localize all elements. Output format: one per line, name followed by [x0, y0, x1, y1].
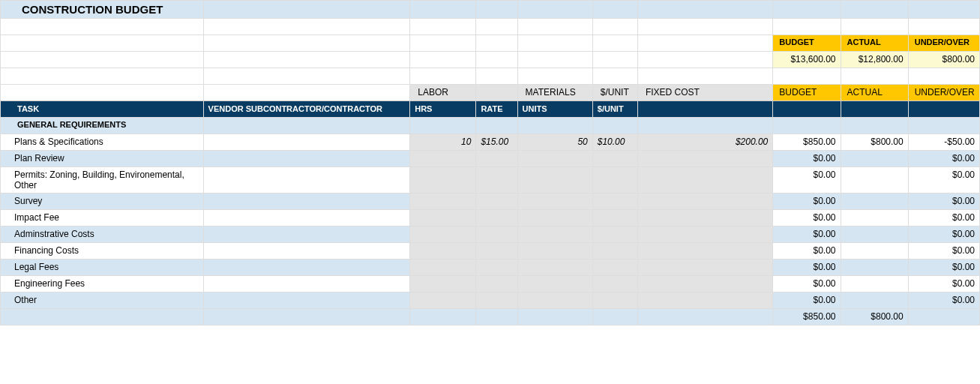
hrs-cell[interactable]	[410, 276, 476, 292]
actual-cell[interactable]	[841, 243, 908, 260]
fixed-cell[interactable]	[637, 167, 772, 194]
actual-cell[interactable]	[841, 167, 908, 194]
fixed-cell[interactable]: $200.00	[637, 134, 772, 151]
vendor-cell[interactable]	[203, 151, 410, 167]
vendor-cell[interactable]	[203, 292, 410, 309]
fixed-cell[interactable]	[637, 226, 772, 243]
budget-cell[interactable]: $850.00	[773, 134, 841, 151]
table-row[interactable]: Plans & Specifications10$15.0050$10.00$2…	[1, 134, 980, 151]
budget-cell[interactable]: $0.00	[773, 276, 841, 292]
vendor-cell[interactable]	[203, 134, 410, 151]
task-cell[interactable]: Plan Review	[1, 151, 204, 167]
task-cell[interactable]: Survey	[1, 194, 204, 210]
diff-cell[interactable]: $0.00	[908, 194, 979, 210]
task-cell[interactable]: Financing Costs	[1, 243, 204, 260]
perunit-cell[interactable]	[592, 210, 637, 226]
hrs-cell[interactable]	[410, 194, 476, 210]
subtotal-budget[interactable]: $850.00	[773, 309, 841, 326]
table-row[interactable]: Impact Fee$0.00$0.00	[1, 210, 980, 226]
fixed-cell[interactable]	[637, 292, 772, 309]
perunit-cell[interactable]	[592, 292, 637, 309]
hrs-cell[interactable]	[410, 167, 476, 194]
task-cell[interactable]: Plans & Specifications	[1, 134, 204, 151]
fixed-cell[interactable]	[637, 243, 772, 260]
actual-cell[interactable]	[841, 260, 908, 276]
table-row[interactable]: Other$0.00$0.00	[1, 292, 980, 309]
units-cell[interactable]	[517, 167, 592, 194]
rate-cell[interactable]	[476, 276, 517, 292]
vendor-cell[interactable]	[203, 226, 410, 243]
fixed-cell[interactable]	[637, 210, 772, 226]
hrs-cell[interactable]	[410, 226, 476, 243]
actual-cell[interactable]	[841, 292, 908, 309]
perunit-cell[interactable]	[592, 226, 637, 243]
vendor-cell[interactable]	[203, 194, 410, 210]
units-cell[interactable]	[517, 260, 592, 276]
rate-cell[interactable]	[476, 226, 517, 243]
units-cell[interactable]	[517, 276, 592, 292]
rate-cell[interactable]	[476, 243, 517, 260]
diff-cell[interactable]: $0.00	[908, 210, 979, 226]
vendor-cell[interactable]	[203, 276, 410, 292]
actual-cell[interactable]	[841, 151, 908, 167]
hrs-cell[interactable]	[410, 210, 476, 226]
rate-cell[interactable]	[476, 167, 517, 194]
vendor-cell[interactable]	[203, 243, 410, 260]
fixed-cell[interactable]	[637, 151, 772, 167]
table-row[interactable]: Financing Costs$0.00$0.00	[1, 243, 980, 260]
vendor-cell[interactable]	[203, 260, 410, 276]
diff-cell[interactable]: $0.00	[908, 151, 979, 167]
budget-cell[interactable]: $0.00	[773, 194, 841, 210]
perunit-cell[interactable]	[592, 194, 637, 210]
budget-cell[interactable]: $0.00	[773, 260, 841, 276]
table-row[interactable]: Engineering Fees$0.00$0.00	[1, 276, 980, 292]
budget-cell[interactable]: $0.00	[773, 226, 841, 243]
summary-budget-total[interactable]: $13,600.00	[773, 52, 841, 68]
perunit-cell[interactable]	[592, 260, 637, 276]
table-row[interactable]: Permits: Zoning, Building, Environementa…	[1, 167, 980, 194]
diff-cell[interactable]: $0.00	[908, 292, 979, 309]
vendor-cell[interactable]	[203, 167, 410, 194]
hrs-cell[interactable]	[410, 151, 476, 167]
actual-cell[interactable]	[841, 226, 908, 243]
units-cell[interactable]	[517, 243, 592, 260]
diff-cell[interactable]: $0.00	[908, 167, 979, 194]
rate-cell[interactable]	[476, 260, 517, 276]
hrs-cell[interactable]	[410, 260, 476, 276]
rate-cell[interactable]	[476, 292, 517, 309]
rate-cell[interactable]	[476, 194, 517, 210]
task-cell[interactable]: Other	[1, 292, 204, 309]
table-row[interactable]: Adminstrative Costs$0.00$0.00	[1, 226, 980, 243]
fixed-cell[interactable]	[637, 194, 772, 210]
rate-cell[interactable]: $15.00	[476, 134, 517, 151]
subtotal-actual[interactable]: $800.00	[841, 309, 908, 326]
rate-cell[interactable]	[476, 210, 517, 226]
units-cell[interactable]	[517, 194, 592, 210]
perunit-cell[interactable]	[592, 243, 637, 260]
units-cell[interactable]	[517, 151, 592, 167]
task-cell[interactable]: Adminstrative Costs	[1, 226, 204, 243]
table-row[interactable]: Survey$0.00$0.00	[1, 194, 980, 210]
table-row[interactable]: Plan Review$0.00$0.00	[1, 151, 980, 167]
summary-diff-total[interactable]: $800.00	[908, 52, 979, 68]
rate-cell[interactable]	[476, 151, 517, 167]
perunit-cell[interactable]	[592, 276, 637, 292]
diff-cell[interactable]: $0.00	[908, 260, 979, 276]
diff-cell[interactable]: $0.00	[908, 276, 979, 292]
perunit-cell[interactable]	[592, 151, 637, 167]
units-cell[interactable]	[517, 226, 592, 243]
diff-cell[interactable]: -$50.00	[908, 134, 979, 151]
hrs-cell[interactable]	[410, 292, 476, 309]
subtotal-diff[interactable]	[908, 309, 979, 326]
fixed-cell[interactable]	[637, 260, 772, 276]
budget-cell[interactable]: $0.00	[773, 210, 841, 226]
actual-cell[interactable]	[841, 276, 908, 292]
units-cell[interactable]	[517, 292, 592, 309]
table-row[interactable]: Legal Fees$0.00$0.00	[1, 260, 980, 276]
hrs-cell[interactable]	[410, 243, 476, 260]
budget-cell[interactable]: $0.00	[773, 243, 841, 260]
units-cell[interactable]	[517, 210, 592, 226]
vendor-cell[interactable]	[203, 210, 410, 226]
summary-actual-total[interactable]: $12,800.00	[841, 52, 908, 68]
task-cell[interactable]: Legal Fees	[1, 260, 204, 276]
